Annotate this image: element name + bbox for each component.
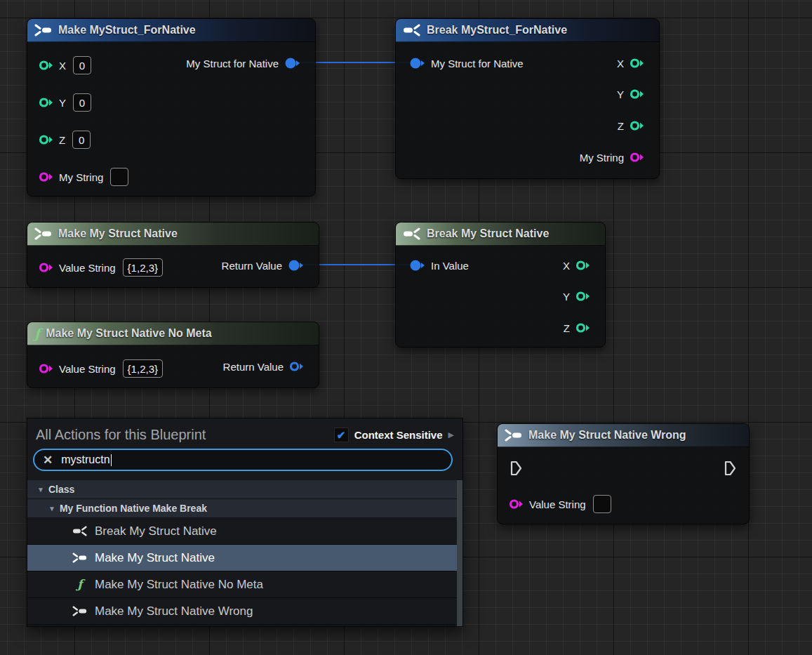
action-item-make-my-struct-native-wrong[interactable]: Make My Struct Native Wrong [27, 598, 457, 625]
node-break-mystruct-fornative[interactable]: Break MyStruct_ForNative My Struct for N… [395, 18, 660, 179]
node-header[interactable]: Make MyStruct_ForNative [27, 19, 315, 42]
pin-output-return-value[interactable] [288, 259, 304, 272]
pin-label: Z [59, 134, 65, 146]
category-my-function-native-make-break[interactable]: ▼ My Function Native Make Break [27, 499, 457, 518]
function-icon: ƒ [34, 327, 40, 340]
break-struct-icon [72, 526, 88, 536]
text-caret [111, 454, 112, 466]
action-label: Make My Struct Native No Meta [95, 578, 263, 592]
expand-arrow-icon[interactable]: ▶ [448, 430, 454, 439]
action-search-input[interactable]: ✕ mystructn [33, 449, 453, 471]
context-sensitive-label: Context Sensitive [354, 429, 443, 441]
pin-output-struct[interactable] [284, 57, 300, 70]
disclosure-triangle-icon[interactable]: ▼ [37, 486, 44, 494]
exec-output-pin[interactable] [724, 461, 736, 476]
pin-output-x[interactable] [630, 58, 644, 69]
action-label: Make My Struct Native [95, 551, 215, 565]
action-label: Make My Struct Native Wrong [95, 604, 253, 618]
pin-input-value-string[interactable] [509, 498, 524, 510]
blueprint-actions-menu: All Actions for this Blueprint ✔ Context… [27, 418, 463, 627]
pin-output-y[interactable] [630, 88, 644, 100]
node-make-my-struct-native-no-meta[interactable]: ƒ Make My Struct Native No Meta Value St… [27, 322, 319, 388]
node-header[interactable]: Make My Struct Native [27, 223, 319, 246]
node-break-my-struct-native[interactable]: Break My Struct Native In Value X Y Z [395, 222, 606, 348]
disclosure-triangle-icon[interactable]: ▼ [48, 505, 55, 512]
node-header[interactable]: Break My Struct Native [396, 223, 605, 246]
value-input-my-string[interactable] [110, 168, 128, 186]
action-item-make-my-struct-native[interactable]: Make My Struct Native [27, 545, 457, 571]
action-list: ▼ Class ▼ My Function Native Make Break … [27, 480, 457, 626]
pin-output-x[interactable] [575, 260, 590, 271]
pin-output-z[interactable] [575, 322, 590, 333]
action-item-break-my-struct-native[interactable]: Break My Struct Native [27, 518, 457, 545]
pin-label: Return Value [222, 260, 282, 272]
category-class[interactable]: ▼ Class [27, 480, 457, 499]
node-make-mystruct-fornative[interactable]: Make MyStruct_ForNative X 0 My Struct fo… [27, 18, 316, 197]
pin-label: My String [580, 152, 624, 164]
pin-label: My Struct for Native [186, 58, 279, 70]
pin-label: X [563, 260, 570, 272]
value-input-string[interactable] [593, 495, 611, 513]
exec-input-pin[interactable] [510, 461, 522, 476]
pin-input-z[interactable] [39, 134, 53, 145]
make-struct-icon [505, 429, 523, 442]
node-make-my-struct-native-wrong[interactable]: Make My Struct Native Wrong Value String [497, 423, 750, 524]
pin-label: Y [617, 88, 624, 100]
node-title: Make My Struct Native [58, 227, 178, 240]
action-label: Break My Struct Native [95, 524, 217, 538]
value-input-z[interactable]: 0 [72, 131, 91, 149]
category-label: Class [48, 484, 74, 495]
pin-label: Value String [529, 498, 586, 510]
pin-output-z[interactable] [630, 120, 644, 131]
clear-search-icon[interactable]: ✕ [43, 454, 53, 466]
break-struct-icon [403, 24, 421, 37]
menu-scrollbar[interactable] [457, 480, 462, 626]
node-title: Break My Struct Native [427, 227, 549, 240]
pin-label: Z [564, 322, 570, 334]
node-title: Make MyStruct_ForNative [58, 24, 196, 37]
function-icon: ƒ [72, 578, 88, 590]
pin-label: X [617, 58, 624, 70]
make-struct-icon [72, 553, 88, 563]
check-icon: ✔ [337, 429, 346, 442]
pin-output-my-string[interactable] [630, 152, 644, 163]
menu-title: All Actions for this Blueprint [36, 427, 206, 443]
pin-label: Y [563, 291, 570, 303]
pin-label: Z [618, 120, 624, 132]
pin-label: Return Value [223, 361, 284, 373]
context-sensitive-checkbox[interactable]: ✔ [334, 428, 349, 442]
node-make-my-struct-native[interactable]: Make My Struct Native Value String {1,2,… [27, 222, 319, 288]
node-header[interactable]: ƒ Make My Struct Native No Meta [27, 322, 319, 345]
make-struct-icon [34, 227, 53, 240]
make-struct-icon [72, 606, 88, 616]
break-struct-icon [403, 227, 421, 240]
make-struct-icon [34, 24, 53, 37]
node-title: Make My Struct Native No Meta [46, 327, 212, 340]
action-item-make-my-struct-native-no-meta[interactable]: ƒ Make My Struct Native No Meta [27, 571, 457, 598]
node-title: Make My Struct Native Wrong [528, 429, 686, 442]
node-header[interactable]: Break MyStruct_ForNative [396, 19, 659, 42]
pin-input-y[interactable] [39, 97, 53, 108]
node-title: Break MyStruct_ForNative [427, 24, 567, 37]
blueprint-graph-canvas[interactable]: Make MyStruct_ForNative X 0 My Struct fo… [0, 0, 812, 655]
node-header[interactable]: Make My Struct Native Wrong [498, 424, 749, 447]
pin-input-my-string[interactable] [39, 171, 53, 183]
pin-output-return-value[interactable] [289, 361, 304, 372]
pin-label: My String [59, 171, 103, 183]
pin-label: Y [59, 97, 66, 109]
value-input-y[interactable]: 0 [73, 93, 91, 112]
pin-output-y[interactable] [575, 291, 590, 302]
search-query-text: mystructn [61, 454, 111, 466]
category-label: My Function Native Make Break [60, 503, 207, 514]
